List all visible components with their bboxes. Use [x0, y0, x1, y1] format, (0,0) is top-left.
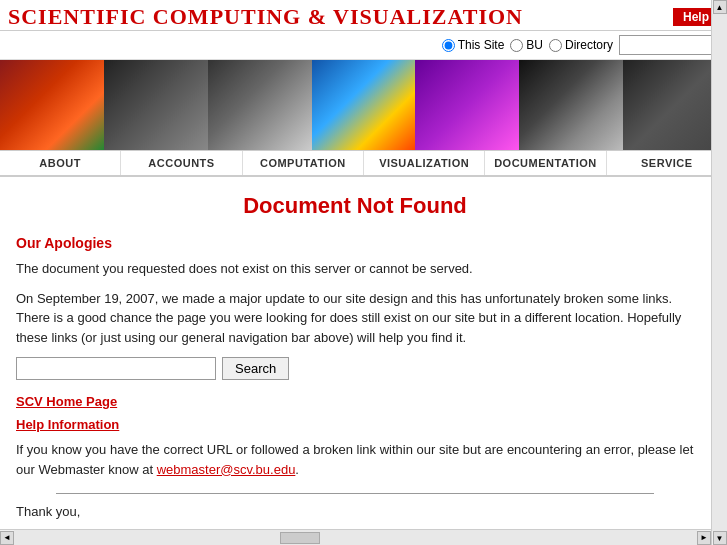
nav-computation[interactable]: Computation [243, 151, 364, 175]
apologies-title: Our Apologies [16, 235, 694, 251]
banner [0, 60, 727, 150]
header-search-input[interactable] [619, 35, 719, 55]
radio-directory-label[interactable]: Directory [549, 38, 613, 52]
radio-directory[interactable] [549, 39, 562, 52]
radio-this-site-label[interactable]: This Site [442, 38, 505, 52]
not-found-title: Document Not Found [16, 193, 694, 219]
scroll-down-arrow[interactable]: ▼ [713, 531, 727, 535]
nav-accounts[interactable]: Accounts [121, 151, 242, 175]
thank-you-text: Thank you, [16, 504, 694, 519]
scroll-right-arrow[interactable]: ► [697, 531, 711, 536]
nav-visualization[interactable]: Visualization [364, 151, 485, 175]
search-bar: This Site BU Directory [0, 31, 727, 60]
contact-para: If you know you have the correct URL or … [16, 440, 694, 479]
webmaster-email-link[interactable]: webmaster@scv.bu.edu [157, 462, 296, 477]
para-2: On September 19, 2007, we made a major u… [16, 289, 694, 348]
nav-service[interactable]: Service [607, 151, 727, 175]
scrollbar-bottom: ◄ ► [0, 529, 711, 535]
site-title: Scientific Computing & Visualization [8, 4, 523, 30]
radio-bu-label[interactable]: BU [510, 38, 543, 52]
search-button[interactable]: Search [222, 357, 289, 380]
banner-segment-2 [104, 60, 208, 150]
scroll-track-horizontal[interactable] [14, 530, 697, 535]
scroll-up-arrow[interactable]: ▲ [713, 0, 727, 14]
radio-this-site[interactable] [442, 39, 455, 52]
nav-about[interactable]: About [0, 151, 121, 175]
banner-segment-6 [519, 60, 623, 150]
banner-segment-1 [0, 60, 104, 150]
radio-bu[interactable] [510, 39, 523, 52]
banner-segment-4 [312, 60, 416, 150]
scrollbar-right: ▲ ▼ [711, 0, 727, 535]
nav-documentation[interactable]: Documentation [485, 151, 606, 175]
scroll-thumb-horizontal[interactable] [280, 532, 320, 535]
search-row: Search [16, 357, 694, 380]
banner-segment-5 [415, 60, 519, 150]
main-search-input[interactable] [16, 357, 216, 380]
scroll-track-vertical[interactable] [712, 14, 727, 531]
page-header: Scientific Computing & Visualization Hel… [0, 0, 727, 31]
banner-segment-3 [208, 60, 312, 150]
navbar: About Accounts Computation Visualization… [0, 150, 727, 177]
scroll-left-arrow[interactable]: ◄ [0, 531, 14, 536]
help-info-link[interactable]: Help Information [16, 417, 694, 432]
divider [56, 493, 654, 494]
para-1: The document you requested does not exis… [16, 259, 694, 279]
main-content: Document Not Found Our Apologies The doc… [0, 177, 710, 535]
scv-home-link[interactable]: SCV Home Page [16, 394, 694, 409]
